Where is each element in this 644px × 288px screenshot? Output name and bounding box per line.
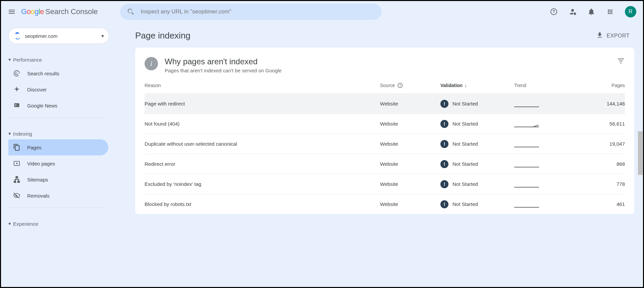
status-badge-icon: !	[440, 160, 448, 168]
sparkline	[514, 100, 539, 107]
status-badge-icon: !	[440, 100, 448, 108]
logo[interactable]: Google Search Console	[21, 7, 98, 16]
td-validation: !Not Started	[440, 180, 514, 188]
section-experience[interactable]: ▾Experience	[8, 218, 135, 229]
sidebar-item-video-pages[interactable]: Video pages	[8, 155, 108, 171]
search-bar[interactable]	[120, 4, 382, 20]
sparkline	[514, 161, 539, 167]
svg-rect-1	[15, 104, 16, 105]
td-source: Website	[380, 201, 440, 207]
divider	[8, 118, 105, 118]
property-domain: seoptimer.com	[25, 33, 98, 39]
table-row[interactable]: Page with redirectWebsite!Not Started144…	[145, 93, 625, 114]
export-button[interactable]: EXPORT	[596, 31, 630, 40]
status-badge-icon: !	[440, 200, 448, 208]
sidebar-item-sitemaps[interactable]: Sitemaps	[8, 171, 108, 188]
td-validation: !Not Started	[440, 120, 514, 128]
reasons-card: i Why pages aren't indexed Pages that ar…	[135, 48, 634, 214]
search-input[interactable]	[141, 8, 375, 15]
main-content: Page indexing EXPORT i Why pages aren't …	[135, 22, 643, 287]
property-icon	[13, 32, 21, 40]
svg-rect-2	[15, 105, 16, 106]
table-row[interactable]: Redirect errorWebsite!Not Started868	[145, 154, 625, 174]
sparkline	[514, 181, 539, 188]
th-validation[interactable]: Validation↓	[440, 83, 514, 88]
table-row[interactable]: Not found (404)Website!Not Started56,611	[145, 114, 625, 134]
filter-icon[interactable]	[617, 57, 625, 65]
chevron-down-icon: ▾	[101, 33, 104, 39]
sitemap-icon	[13, 176, 21, 183]
scrollbar-thumb[interactable]	[638, 131, 643, 175]
td-reason: Not found (404)	[145, 121, 380, 127]
help-icon[interactable]: ?	[398, 83, 403, 88]
td-reason: Redirect error	[145, 161, 380, 167]
users-settings-icon[interactable]	[569, 8, 577, 16]
td-reason: Blocked by robots.txt	[145, 201, 380, 207]
video-icon	[13, 160, 21, 167]
td-pages: 19,047	[581, 141, 625, 147]
notifications-icon[interactable]	[587, 8, 595, 16]
info-icon: i	[145, 57, 158, 70]
help-icon[interactable]: ?	[550, 8, 558, 16]
td-source: Website	[380, 141, 440, 147]
status-badge-icon: !	[440, 180, 448, 188]
card-title: Why pages aren't indexed	[165, 57, 610, 66]
table-row[interactable]: Blocked by robots.txtWebsite!Not Started…	[145, 194, 625, 214]
sidebar-item-search-results[interactable]: Search results	[8, 65, 108, 81]
caret-icon: ▾	[8, 131, 11, 137]
td-validation: !Not Started	[440, 200, 514, 208]
card-subtitle: Pages that aren't indexed can't be serve…	[165, 68, 610, 73]
td-reason: Duplicate without user-selected canonica…	[145, 141, 380, 147]
th-pages[interactable]: Pages	[581, 83, 625, 88]
sidebar-item-discover[interactable]: Discover	[8, 81, 108, 97]
th-reason[interactable]: Reason	[145, 83, 380, 88]
google-wordmark: Google	[21, 7, 44, 16]
td-trend	[514, 161, 581, 167]
search-icon	[127, 8, 135, 16]
download-icon	[596, 31, 603, 40]
table-header: Reason Source? Validation↓ Trend Pages	[145, 82, 625, 93]
td-trend	[514, 121, 581, 127]
sort-down-icon: ↓	[465, 83, 467, 88]
sparkline	[514, 201, 539, 208]
menu-icon[interactable]	[8, 8, 16, 16]
section-indexing[interactable]: ▾Indexing	[8, 128, 135, 139]
td-pages: 144,146	[581, 101, 625, 106]
section-performance[interactable]: ▾Performance	[8, 54, 135, 65]
divider	[8, 208, 105, 208]
th-trend[interactable]: Trend	[514, 83, 581, 88]
avatar[interactable]: R	[625, 6, 636, 17]
status-badge-icon: !	[440, 120, 448, 128]
pages-icon	[13, 144, 21, 151]
table-row[interactable]: Duplicate without user-selected canonica…	[145, 134, 625, 154]
td-pages: 461	[581, 201, 625, 207]
sidebar-item-google-news[interactable]: Google News	[8, 97, 108, 114]
td-trend	[514, 181, 581, 188]
td-reason: Excluded by 'noindex' tag	[145, 181, 380, 187]
search-results-icon	[13, 70, 21, 77]
news-icon	[13, 102, 21, 109]
td-reason: Page with redirect	[145, 101, 380, 106]
sidebar-item-removals[interactable]: Removals	[8, 188, 108, 204]
td-source: Website	[380, 101, 440, 106]
apps-icon[interactable]	[606, 8, 614, 16]
td-trend	[514, 100, 581, 107]
product-name: Search Console	[45, 7, 98, 16]
discover-icon	[13, 86, 21, 93]
td-validation: !Not Started	[440, 100, 514, 108]
caret-icon: ▾	[8, 221, 11, 227]
td-trend	[514, 201, 581, 208]
top-actions: ? R	[550, 6, 636, 17]
sidebar-item-pages[interactable]: Pages	[8, 139, 108, 155]
sparkline	[514, 141, 539, 147]
table-row[interactable]: Excluded by 'noindex' tagWebsite!Not Sta…	[145, 174, 625, 194]
svg-rect-0	[14, 103, 19, 107]
th-source[interactable]: Source?	[380, 82, 440, 89]
td-source: Website	[380, 181, 440, 187]
td-pages: 868	[581, 161, 625, 167]
removals-icon	[13, 192, 21, 199]
td-pages: 778	[581, 181, 625, 187]
td-pages: 56,611	[581, 121, 625, 127]
td-validation: !Not Started	[440, 140, 514, 148]
property-selector[interactable]: seoptimer.com ▾	[8, 28, 109, 44]
